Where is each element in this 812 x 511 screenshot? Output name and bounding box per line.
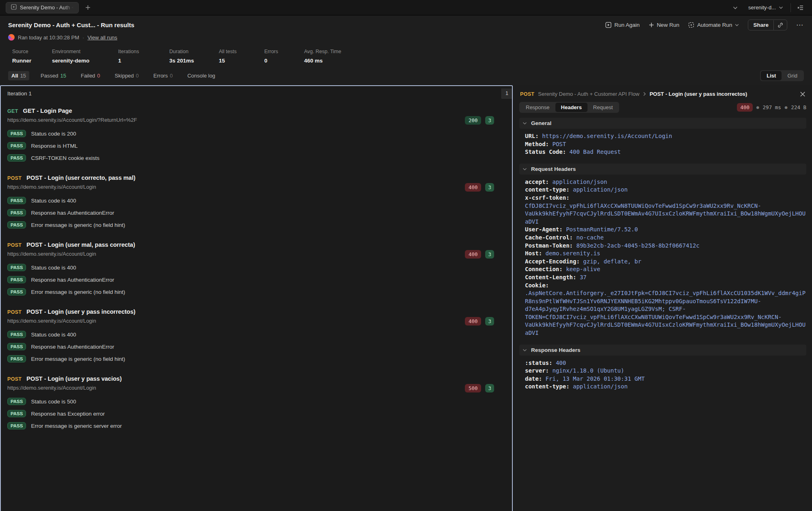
close-detail-button[interactable]: [800, 91, 806, 97]
test-row: PASS CSRF-TOKEN cookie exists: [7, 153, 505, 162]
pass-badge: PASS: [7, 221, 26, 229]
bullet-separator: ●: [756, 105, 759, 110]
stat-all-tests: All tests 15: [219, 49, 264, 64]
ran-timestamp: Ran today at 10:30:28 PM: [18, 34, 79, 41]
request-item-user-y-pass-incorrectos[interactable]: POST POST - Login (user y pass incorrect…: [7, 308, 505, 369]
test-row: PASS Response has Exception error: [7, 409, 505, 418]
section-title: General: [531, 120, 551, 126]
chevron-down-icon: [735, 24, 739, 26]
filter-passed-count: 15: [60, 73, 66, 79]
pass-badge: PASS: [7, 288, 26, 295]
plus-icon: [649, 22, 654, 28]
run-results-tab[interactable]: Serenity Demo - Auth + Cu: [6, 2, 79, 13]
run-again-label: Run Again: [614, 22, 639, 28]
pass-badge: PASS: [7, 264, 26, 271]
section-response-headers-body: :status: 400 server: nginx/1.18.0 (Ubunt…: [519, 356, 806, 394]
filter-errors-count: 0: [170, 73, 173, 79]
top-tab-bar: Serenity Demo - Auth + Cu serenity-d...: [0, 0, 812, 15]
chevron-down-icon: [779, 6, 783, 9]
run-again-button[interactable]: Run Again: [605, 22, 639, 28]
test-row: PASS Error message is generic server err…: [7, 421, 505, 430]
copy-link-button[interactable]: [773, 20, 787, 30]
filter-errors[interactable]: Errors 0: [150, 71, 176, 80]
tab-label: Serenity Demo - Auth + Cu: [20, 4, 73, 11]
section-request-headers[interactable]: Request Headers: [519, 164, 806, 175]
chevron-right-icon: [643, 92, 646, 96]
share-button[interactable]: Share: [748, 20, 773, 30]
request-list: GET GET - Login Page https://demo.sereni…: [1, 108, 512, 436]
collapse-chevron-icon[interactable]: [730, 2, 741, 13]
view-toggle-grid[interactable]: Grid: [782, 71, 803, 80]
header-row: Postman-Token: 89b3e2cb-2acb-4045-b258-8…: [525, 242, 806, 250]
header-row: content-type: application/json: [525, 383, 806, 391]
test-row: PASS Response has AuthenticationError: [7, 342, 505, 351]
status-code-badge: 200: [465, 116, 482, 125]
chevron-down-icon: [523, 122, 527, 125]
filter-failed[interactable]: Failed 0: [78, 71, 104, 80]
iteration-count-badge: 1: [501, 88, 512, 99]
header-row: Connection: keep-alive: [525, 265, 806, 274]
pass-badge: PASS: [7, 398, 26, 405]
breadcrumb: POST Serenity Demo - Auth + Customer API…: [519, 89, 806, 99]
header-row: Cache-Control: no-cache: [525, 234, 806, 242]
filter-passed[interactable]: Passed 15: [37, 71, 69, 80]
automate-icon: [688, 22, 694, 28]
header-row: server: nginx/1.18.0 (Ubuntu): [525, 367, 806, 375]
test-row: PASS Error message is generic (no field …: [7, 220, 505, 229]
test-count-badge: 3: [485, 317, 494, 326]
test-row: PASS Response has AuthenticationError: [7, 275, 505, 284]
method-badge: POST: [7, 175, 22, 181]
request-item-user-y-pass-vacios[interactable]: POST POST - Login (user y pass vacios) h…: [7, 375, 505, 436]
environment-selector[interactable]: serenity-d...: [745, 3, 786, 12]
tab-response[interactable]: Response: [520, 103, 555, 112]
method-badge: GET: [7, 108, 18, 114]
request-item-user-correcto-pass-mal[interactable]: POST POST - Login (user correcto, pass m…: [7, 175, 505, 235]
header-row: content-type: application/json: [525, 186, 806, 194]
test-count-badge: 3: [485, 250, 494, 259]
request-item-login-page[interactable]: GET GET - Login Page https://demo.sereni…: [7, 108, 505, 168]
automate-run-button[interactable]: Automate Run: [688, 22, 739, 28]
header-row: URL: https://demo.serenity.is/Account/Lo…: [525, 132, 806, 140]
filter-skipped-count: 0: [136, 73, 139, 79]
filter-console-log[interactable]: Console log: [184, 71, 218, 80]
more-actions-button[interactable]: ⋯: [796, 21, 804, 29]
tab-headers[interactable]: Headers: [555, 103, 587, 112]
section-title: Response Headers: [531, 347, 581, 353]
pass-badge: PASS: [7, 410, 26, 417]
header-row: :status: 400: [525, 359, 806, 367]
environment-quick-look-icon[interactable]: [795, 2, 806, 13]
pass-badge: PASS: [7, 331, 26, 338]
breadcrumb-collection[interactable]: Serenity Demo - Auth + Customer API Flow: [538, 91, 639, 97]
section-request-headers-body: accept: application/json content-type: a…: [519, 175, 806, 341]
header-row: User-Agent: PostmanRuntime/7.52.0: [525, 226, 806, 234]
request-url: https://demo.serenity.is/Account/Login: [7, 251, 505, 257]
view-all-runs-link[interactable]: View all runs: [87, 34, 117, 41]
stat-errors: Errors 0: [264, 49, 304, 64]
test-row: PASS Error message is generic (no field …: [7, 287, 505, 296]
filter-all[interactable]: All 15: [8, 71, 29, 80]
test-row: PASS Status code is 400: [7, 263, 505, 272]
status-code-badge: 400: [465, 317, 482, 326]
request-item-user-mal-pass-correcta[interactable]: POST POST - Login (user mal, pass correc…: [7, 241, 505, 302]
pass-badge: PASS: [7, 142, 26, 149]
status-code-badge: 500: [465, 384, 482, 392]
tab-request[interactable]: Request: [587, 103, 618, 112]
view-toggle-list[interactable]: List: [761, 71, 782, 80]
stat-duration: Duration 3s 201ms: [169, 49, 219, 64]
chevron-down-icon: [523, 168, 527, 170]
status-code-badge: 400: [465, 250, 482, 259]
header-row: Cookie: .AspNetCore.Antiforgery._e27I0Jt…: [525, 282, 806, 337]
test-count-badge: 3: [485, 384, 494, 392]
automate-run-label: Automate Run: [697, 22, 732, 28]
section-response-headers[interactable]: Response Headers: [519, 345, 806, 356]
share-button-group: Share: [748, 19, 787, 30]
header-row: Method: POST: [525, 140, 806, 149]
stat-environment: Environment serenity-demo: [52, 49, 118, 64]
stat-avg-resp-time: Avg. Resp. Time 460 ms: [304, 49, 341, 64]
iteration-header[interactable]: Iteration 1 1: [1, 86, 512, 101]
test-row: PASS Status code is 400: [7, 196, 505, 205]
section-general[interactable]: General: [519, 118, 806, 129]
new-run-button[interactable]: New Run: [649, 22, 680, 28]
new-tab-button[interactable]: [82, 2, 93, 13]
filter-skipped[interactable]: Skipped 0: [112, 71, 142, 80]
